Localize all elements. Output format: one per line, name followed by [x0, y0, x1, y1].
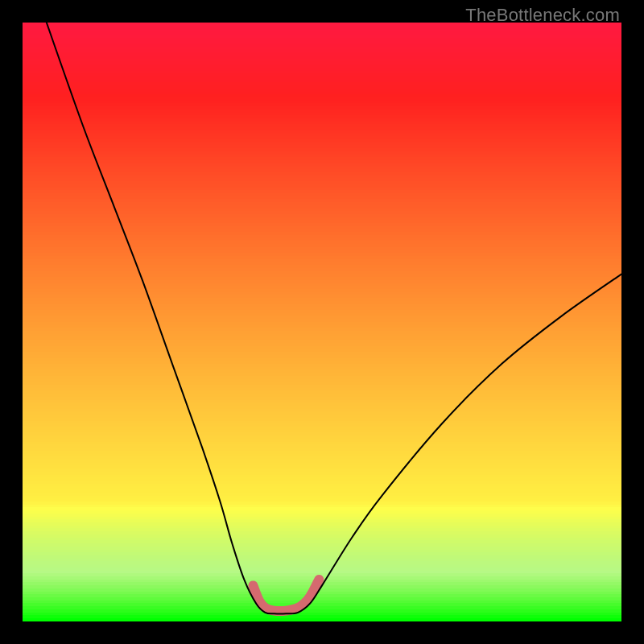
- bottleneck-curve: [47, 23, 621, 614]
- watermark-text: TheBottleneck.com: [465, 5, 620, 26]
- plot-area: [23, 23, 621, 621]
- curve-layer: [23, 23, 621, 621]
- chart-frame: TheBottleneck.com: [0, 0, 644, 644]
- valley-highlight: [253, 580, 319, 611]
